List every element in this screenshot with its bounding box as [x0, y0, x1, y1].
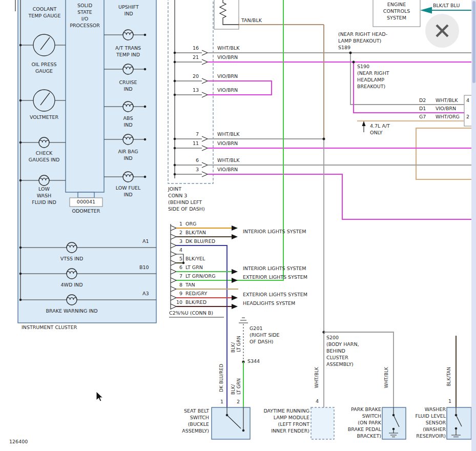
close-button[interactable]	[425, 14, 459, 48]
wire-dk-blu-red-pin3	[176, 245, 227, 407]
wire-lt-grn-org-pin7	[176, 0, 283, 280]
junction-dot	[182, 262, 185, 264]
wiring-diagram-viewer: COOLANT TEMP GAUGESOLID STATE I/O PROCES…	[0, 0, 476, 451]
system-arrows	[232, 225, 238, 309]
seat-belt-switch-box	[212, 407, 250, 439]
engine-controls-arrow	[420, 7, 432, 14]
wire-wht-blk-park-branch	[324, 332, 394, 407]
wire-pin4	[176, 254, 183, 263]
mouse-cursor	[96, 391, 106, 403]
close-icon	[425, 14, 459, 48]
c2-connector	[169, 224, 224, 317]
wire-vio-brn-pin21	[208, 62, 464, 113]
scrollbar-track[interactable]	[471, 0, 476, 451]
ground-g201	[239, 318, 248, 362]
note-47-arrow	[362, 121, 366, 132]
io-processor-box	[66, 0, 104, 192]
scrollbar-thumb[interactable]	[472, 1, 475, 83]
wire-vio-brn-pin3	[208, 174, 476, 219]
wiring-diagram	[0, 0, 476, 451]
instrument-cluster-box	[18, 0, 156, 323]
engine-controls-box	[373, 0, 420, 27]
drl-module-box	[311, 407, 334, 439]
module-outline-box	[416, 128, 476, 179]
junction-dot	[323, 138, 325, 140]
wire-vio-brn-pins20-13	[208, 81, 272, 95]
odometer-box	[70, 198, 102, 207]
washer-sensor-box	[447, 407, 471, 439]
wire-wht-blk-pin16	[208, 53, 464, 105]
splice-s190-dot	[353, 61, 355, 64]
splice-s189-dot	[349, 52, 352, 54]
joint-conn3-wiring	[174, 0, 208, 178]
odometer-stem	[78, 192, 94, 198]
park-brake-switch-box	[382, 407, 406, 439]
